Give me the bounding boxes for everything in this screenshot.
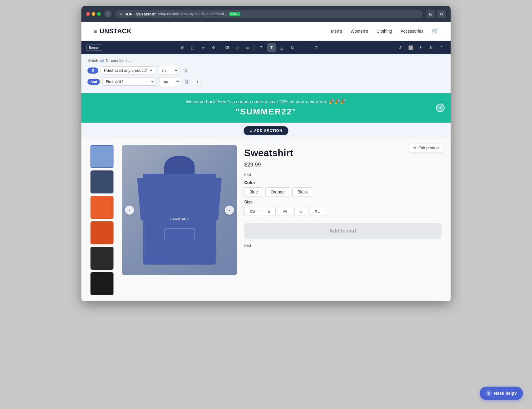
conditions-text: conditions...	[111, 58, 132, 63]
add-condition-button[interactable]: +	[194, 78, 201, 85]
next-image-button[interactable]: ›	[225, 206, 234, 215]
stack-icon: ≡	[120, 12, 122, 16]
banner-add-button[interactable]: +	[436, 104, 445, 112]
banner-icon[interactable]: ▭	[243, 43, 252, 52]
thumbnail-4[interactable]	[90, 221, 113, 244]
color-black-button[interactable]: Black	[292, 187, 313, 196]
if-badge: If	[87, 68, 98, 74]
thumb-img-1	[91, 146, 113, 167]
nav-accessories[interactable]: Accessories	[401, 29, 423, 34]
need-help-label: Need help?	[494, 391, 517, 396]
pencil-icon: ✏	[413, 146, 417, 150]
add-to-cart-button[interactable]: Add to cart	[244, 223, 442, 239]
window-controls	[86, 12, 101, 16]
toolbar-left: Banner	[86, 45, 102, 51]
product-main-image: ≡ UNSTACK ‹ ›	[122, 145, 237, 275]
resize-icon[interactable]: ⇔	[199, 43, 207, 52]
live-badge: LIVE	[229, 12, 240, 16]
address-bar[interactable]: ≡ PDP | Sweatshirt shop-unstack-com.mysh…	[115, 10, 423, 18]
size-l-button[interactable]: L	[294, 207, 307, 216]
logo-text: UNSTACK	[100, 27, 132, 35]
editor-toolbar: Banner ⊞ ⬚ ⇔ ✛ 🖼 ◇ ▭ T T △ ⧉ ↔ ⏱ ↺ ⬜ 👁 🗑…	[81, 41, 451, 54]
refresh-icon[interactable]: ↺	[396, 43, 405, 52]
select-icon[interactable]: ⬚	[189, 43, 197, 52]
size-label: Size	[244, 200, 442, 204]
banner-code: "SUMMER22"	[90, 107, 442, 117]
condition-1-dropdown[interactable]: Purchased any product?	[101, 66, 155, 74]
thumbnail-5[interactable]	[90, 247, 113, 270]
delete-condition-1-button[interactable]: 🗑	[181, 67, 190, 74]
move-icon[interactable]: ✛	[209, 43, 218, 52]
minimize-button[interactable]	[92, 12, 95, 16]
color-blue-button[interactable]: Blue	[244, 187, 263, 196]
thumb-img-6	[91, 273, 113, 295]
product-layout: ≡ UNSTACK ‹ › Sweatshirt $29.99 test Col…	[90, 145, 442, 295]
thumbnail-3[interactable]	[90, 196, 113, 219]
text-format-icon[interactable]: T	[267, 43, 276, 52]
size-xl-button[interactable]: XL	[310, 207, 325, 216]
thumb-img-3	[91, 196, 113, 218]
prev-image-button[interactable]: ‹	[125, 206, 134, 215]
delete-icon[interactable]: 🗑	[427, 43, 435, 52]
grid-view-button[interactable]: ⊞	[426, 10, 435, 18]
expand-icon[interactable]: ⌃	[437, 43, 446, 52]
grid-icon[interactable]: ⊞	[178, 43, 187, 52]
match-label: Match	[87, 58, 98, 63]
thumbnail-1[interactable]	[90, 145, 113, 168]
add-section-button[interactable]: ≡ ADD SECTION	[244, 126, 288, 135]
image-icon[interactable]: 🖼	[223, 43, 231, 52]
color-orange-button[interactable]: Orange	[265, 187, 290, 196]
nav-mens[interactable]: Men's	[331, 29, 342, 34]
thumbnail-6[interactable]	[90, 272, 113, 295]
edit-product-button[interactable]: ✏ Edit product	[408, 143, 445, 153]
site-header: ≡ UNSTACK Men's Women's Clothing Accesso…	[81, 22, 451, 41]
text-icon[interactable]: T	[257, 43, 265, 52]
main-image-bg: ≡ UNSTACK	[122, 145, 237, 275]
product-info: Sweatshirt $29.99 test Color Blue Orange…	[244, 145, 442, 250]
nav-clothing[interactable]: Clothing	[376, 29, 392, 34]
need-help-button[interactable]: ? Need help?	[480, 387, 523, 400]
condition-1-value[interactable]: no yes	[158, 66, 179, 75]
color-label: Color	[244, 180, 442, 185]
product-thumbnails	[90, 145, 115, 295]
logo-icon: ≡	[94, 28, 97, 35]
all-link[interactable]: all	[100, 58, 104, 63]
sort-icon: ⇅	[106, 58, 109, 63]
browser-url: shop-unstack-com.myshopify.com/a/prod...	[158, 12, 227, 16]
condition-row-2: And First visit? no yes 🗑 +	[87, 77, 445, 86]
maximize-button[interactable]	[97, 12, 101, 16]
page-title-browser: PDP | Sweatshirt	[124, 12, 156, 16]
condition-bar: Match all ⇅ conditions... If Purchased a…	[81, 54, 451, 93]
delete-condition-2-button[interactable]: 🗑	[183, 78, 191, 85]
shape-icon[interactable]: ◇	[233, 43, 241, 52]
thumb-img-4	[91, 222, 113, 244]
time-icon[interactable]: ⏱	[312, 43, 320, 52]
thumb-img-2	[91, 171, 113, 193]
settings-button[interactable]: ⚙	[437, 10, 446, 18]
sweatshirt-pocket	[164, 228, 195, 240]
size-xs-button[interactable]: XS	[244, 207, 260, 216]
product-price: $29.99	[244, 162, 442, 168]
browser-action-buttons: ⊞ ⚙	[426, 10, 446, 18]
product-description: test	[244, 172, 442, 177]
condition-2-value[interactable]: no yes	[159, 77, 180, 86]
back-button[interactable]: ‹	[104, 10, 112, 18]
triangle-icon[interactable]: △	[277, 43, 286, 52]
condition-2-dropdown[interactable]: First visit?	[102, 78, 157, 86]
hide-icon[interactable]: 👁	[417, 43, 425, 52]
copy-icon[interactable]: ⧉	[288, 43, 296, 52]
banner-section: Welcome back! Here's a coupon code to sa…	[81, 93, 451, 123]
width-icon[interactable]: ↔	[301, 43, 310, 52]
preview-icon[interactable]: ⬜	[406, 43, 415, 52]
size-m-button[interactable]: M	[278, 207, 292, 216]
toolbar-right: ↺ ⬜ 👁 🗑 ⌃	[396, 43, 446, 52]
thumbnail-2[interactable]	[90, 170, 113, 193]
edit-product-label: Edit product	[419, 146, 439, 150]
close-button[interactable]	[86, 12, 90, 16]
sweatshirt-logo: ≡ UNSTACK	[170, 217, 189, 221]
nav-womens[interactable]: Women's	[351, 29, 368, 34]
size-s-button[interactable]: S	[263, 207, 276, 216]
cart-icon[interactable]: 🛒	[432, 28, 438, 35]
add-section-icon: ≡	[250, 129, 252, 133]
condition-row-1: If Purchased any product? no yes 🗑	[87, 66, 445, 75]
